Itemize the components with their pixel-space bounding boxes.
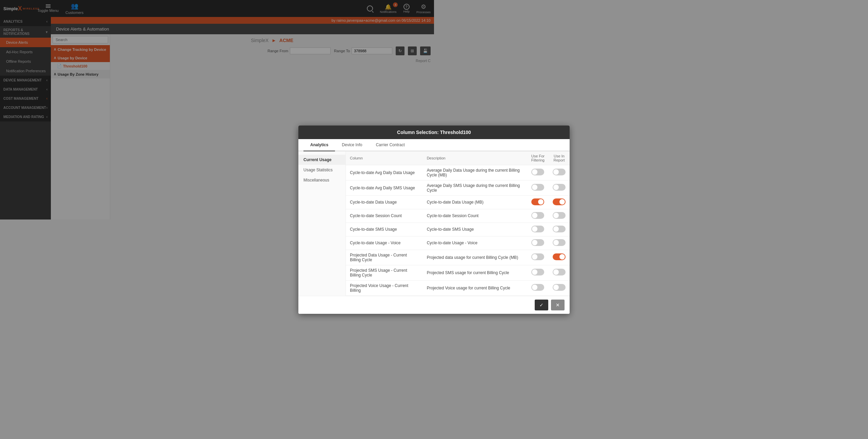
col-description: Cycle-to-date Session Count [423,209,434,220]
column-selection-modal: Column Selection: Threshold100 Analytics… [298,126,434,220]
tab-carrier-contract[interactable]: Carrier Contract [369,139,411,151]
table-row: Cycle-to-date Data Usage Cycle-to-date D… [346,195,434,209]
modal-title: Column Selection: Threshold100 [397,130,434,135]
col-description: Average Daily Data Usage during the curr… [423,165,434,180]
col-name: Cycle-to-date Avg Daily Data Usage [346,165,423,180]
col-name: Cycle-to-date Session Count [346,209,423,220]
table-row: Cycle-to-date Avg Daily SMS Usage Averag… [346,180,434,195]
modal-sidebar: Current Usage Usage Statistics Miscellan… [298,151,346,220]
modal-table-wrap: Column Description Use ForFiltering Use … [346,151,434,220]
col-description: Cycle-to-date Data Usage (MB) [423,195,434,209]
modal-overlay: Column Selection: Threshold100 Analytics… [0,0,434,220]
tab-analytics[interactable]: Analytics [303,139,335,151]
modal-body: Current Usage Usage Statistics Miscellan… [298,151,434,220]
col-header-column: Column [346,151,423,165]
col-name: Cycle-to-date Data Usage [346,195,423,209]
modal-tabs: Analytics Device Info Carrier Contract [298,139,434,151]
modal-header: Column Selection: Threshold100 [298,126,434,139]
modal-sidebar-miscellaneous[interactable]: Miscellaneous [298,175,346,185]
col-description: Average Daily SMS Usage during the curre… [423,180,434,195]
table-row: Cycle-to-date Avg Daily Data Usage Avera… [346,165,434,180]
columns-table: Column Description Use ForFiltering Use … [346,151,434,220]
col-header-description: Description [423,151,434,165]
modal-sidebar-current-usage[interactable]: Current Usage [298,155,346,165]
table-row: Cycle-to-date Session Count Cycle-to-dat… [346,209,434,220]
col-name: Cycle-to-date Avg Daily SMS Usage [346,180,423,195]
tab-device-info[interactable]: Device Info [335,139,369,151]
modal-sidebar-usage-statistics[interactable]: Usage Statistics [298,165,346,175]
